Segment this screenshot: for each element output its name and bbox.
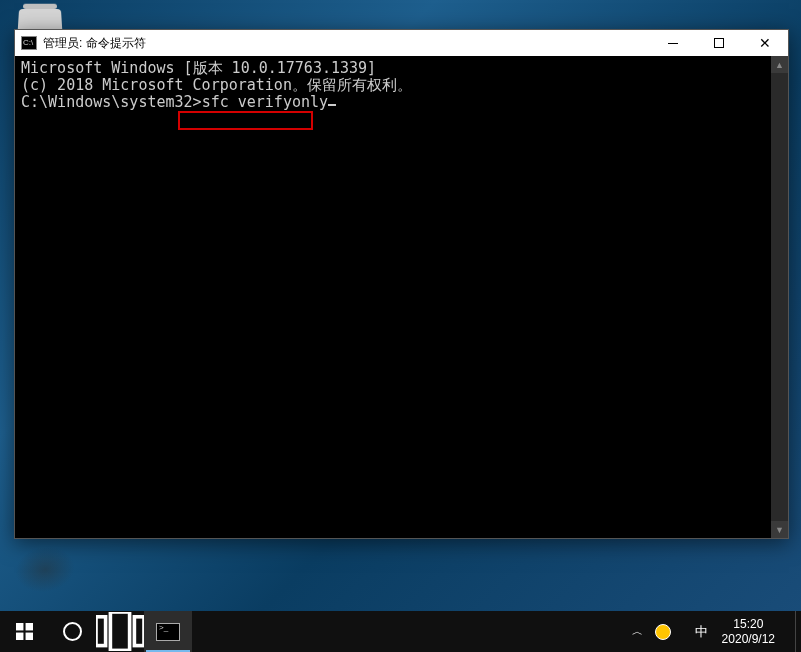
show-desktop-button[interactable]	[795, 611, 801, 652]
scroll-up-button[interactable]: ▲	[771, 56, 788, 73]
start-button[interactable]	[0, 611, 48, 652]
command-highlight	[178, 111, 313, 130]
cmd-icon: C:\	[21, 36, 37, 50]
window-controls: ✕	[650, 30, 788, 56]
task-view-icon	[96, 612, 144, 650]
cortana-button[interactable]	[48, 611, 96, 652]
terminal-body[interactable]: Microsoft Windows [版本 10.0.17763.1339](c…	[15, 56, 788, 538]
action-center-button[interactable]	[783, 611, 795, 652]
window-title: 管理员: 命令提示符	[43, 35, 650, 52]
terminal-line-version: Microsoft Windows [版本 10.0.17763.1339]	[21, 60, 782, 77]
titlebar[interactable]: C:\ 管理员: 命令提示符 ✕	[15, 30, 788, 56]
minimize-button[interactable]	[650, 30, 696, 56]
terminal-line-copyright: (c) 2018 Microsoft Corporation。保留所有权利。	[21, 77, 782, 94]
svg-rect-0	[16, 623, 23, 630]
security-icon	[655, 624, 671, 640]
windows-icon	[16, 623, 33, 640]
scroll-track[interactable]	[771, 73, 788, 521]
cmd-taskbar-icon: >_	[156, 623, 180, 641]
tray-overflow-button[interactable]: ︿	[626, 611, 649, 652]
minimize-icon	[668, 43, 678, 44]
maximize-button[interactable]	[696, 30, 742, 56]
system-tray: ︿ 中 15:20 2020/9/12	[614, 611, 801, 652]
scrollbar[interactable]: ▲ ▼	[771, 56, 788, 538]
clock-button[interactable]: 15:20 2020/9/12	[714, 611, 783, 652]
ime-indicator: 中	[695, 623, 708, 641]
svg-rect-6	[134, 617, 144, 646]
svg-rect-2	[16, 633, 23, 640]
scroll-down-button[interactable]: ▼	[771, 521, 788, 538]
terminal-prompt-line: C:\Windows\system32>sfc verifyonly	[21, 94, 782, 111]
cortana-icon	[63, 622, 82, 641]
cursor-icon	[328, 104, 336, 106]
chevron-up-icon: ︿	[632, 624, 643, 639]
close-icon: ✕	[759, 36, 771, 50]
security-center-button[interactable]	[649, 611, 677, 652]
maximize-icon	[714, 38, 724, 48]
clock-time: 15:20	[733, 617, 763, 632]
taskbar-left: >_	[0, 611, 192, 652]
close-button[interactable]: ✕	[742, 30, 788, 56]
people-button[interactable]	[614, 611, 626, 652]
svg-rect-3	[25, 633, 32, 640]
volume-button[interactable]	[677, 611, 689, 652]
terminal-command[interactable]: sfc verifyonly	[202, 93, 328, 111]
svg-rect-4	[96, 617, 106, 646]
clock-date: 2020/9/12	[722, 632, 775, 647]
task-view-button[interactable]	[96, 611, 144, 652]
terminal-prompt: C:\Windows\system32>	[21, 93, 202, 111]
wallpaper-decoration	[12, 542, 79, 597]
taskbar: >_ ︿ 中 15:20	[0, 611, 801, 652]
svg-rect-5	[110, 612, 129, 650]
ime-button[interactable]: 中	[689, 611, 714, 652]
cmd-window: C:\ 管理员: 命令提示符 ✕ Microsoft Windows [版本 1…	[14, 29, 789, 539]
taskbar-app-cmd[interactable]: >_	[144, 611, 192, 652]
svg-rect-1	[25, 623, 32, 630]
